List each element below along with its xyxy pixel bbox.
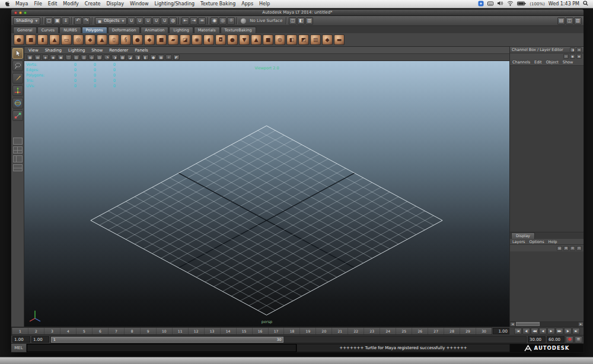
grease-pencil-icon[interactable]: ▧ — [73, 55, 79, 60]
poly-soccer-ball-icon[interactable]: ● — [132, 34, 143, 45]
shelf-tab[interactable]: Polygons — [82, 27, 107, 33]
frame-tick[interactable]: 3 — [44, 328, 60, 334]
play-forwards-button[interactable]: ▶ — [547, 328, 555, 334]
frame-tick[interactable]: 13 — [204, 328, 220, 334]
live-surface-icon[interactable] — [241, 18, 246, 24]
frame-tick[interactable]: 22 — [347, 328, 364, 334]
poly-cone-icon[interactable]: ▲ — [49, 34, 60, 45]
lock-camera-icon[interactable]: ▤ — [34, 55, 41, 60]
panel-menu-item[interactable]: Shading — [45, 48, 62, 53]
current-time-field[interactable]: 1.00 — [493, 328, 509, 334]
frame-tick[interactable]: 26 — [412, 328, 428, 334]
menu-item[interactable]: Window — [127, 1, 152, 7]
shaded-icon[interactable]: ● — [150, 55, 157, 60]
bridge-icon[interactable]: ▬ — [334, 34, 345, 45]
layout-persp-outliner-button[interactable] — [13, 155, 23, 162]
frame-tick[interactable]: 27 — [428, 328, 444, 334]
command-line-input[interactable] — [27, 344, 296, 352]
selection-mask-dropdown[interactable]: ▦ Objects ▼ — [95, 17, 127, 25]
boolean-difference-icon[interactable]: ◖ — [203, 34, 214, 45]
panel-menu-item[interactable]: Show — [91, 48, 103, 53]
layer-editor-menu-item[interactable]: Help — [549, 240, 557, 244]
redo-icon[interactable]: ↷ — [82, 17, 90, 25]
poly-cylinder-icon[interactable]: ▮ — [37, 34, 48, 45]
poly-pipe-icon[interactable]: ▯ — [109, 34, 119, 45]
smooth-icon[interactable]: ● — [227, 34, 238, 45]
safe-title-icon[interactable]: ◪ — [127, 55, 133, 60]
playback-end-field[interactable]: 30.00 — [528, 336, 546, 343]
split-polygon-icon[interactable]: ◩ — [298, 34, 309, 45]
menu-item[interactable]: Maya — [12, 1, 31, 7]
fill-hole-icon[interactable]: ◍ — [275, 34, 285, 45]
scrollbar-track[interactable] — [515, 322, 578, 327]
symmetry-icon[interactable]: ◫ — [289, 17, 296, 25]
step-forward-frame-button[interactable]: |▶ — [564, 328, 572, 334]
wifi-icon[interactable] — [507, 1, 514, 7]
poly-sphere-icon[interactable]: ● — [14, 34, 24, 45]
menu-item[interactable]: Help — [256, 1, 273, 7]
poly-torus-icon[interactable]: ◎ — [73, 34, 84, 45]
file-new-icon[interactable]: ▢ — [45, 17, 53, 25]
auto-keyframe-button[interactable]: ● — [566, 336, 573, 343]
bevel-icon[interactable]: ◆ — [322, 34, 333, 45]
divider[interactable] — [42, 17, 43, 24]
time-slider-track[interactable]: 1234567891011121314151617181920212223242… — [11, 327, 492, 335]
image-plane-icon[interactable]: ▣ — [58, 55, 64, 60]
snap-projected-center-icon[interactable]: ∪ — [152, 17, 160, 25]
boolean-intersection-icon[interactable]: ◘ — [215, 34, 226, 45]
file-save-icon[interactable]: ⇓ — [62, 17, 69, 25]
frame-tick[interactable]: 15 — [236, 328, 252, 334]
frame-tick[interactable]: 9 — [140, 328, 156, 334]
poly-pyramid-icon[interactable]: ▲ — [97, 34, 107, 45]
frame-tick[interactable]: 2 — [28, 328, 44, 334]
gate-mask-icon[interactable]: ◔ — [104, 55, 110, 60]
lights-icon[interactable]: ☼ — [165, 55, 172, 60]
divider[interactable] — [178, 17, 180, 24]
layer-editor-menu-item[interactable]: Options — [530, 240, 544, 244]
range-end-handle[interactable]: 30 — [277, 337, 282, 341]
menu-item[interactable]: Lighting/Shading — [152, 1, 198, 7]
camera-attributes-icon[interactable]: ◈ — [42, 55, 49, 60]
animation-preferences-button[interactable]: ≡ — [575, 336, 582, 343]
channel-box-toggle-icon[interactable]: ▥ — [574, 17, 582, 25]
make-live-icon[interactable]: ◍ — [169, 17, 177, 25]
shelf-tab[interactable]: General — [13, 27, 37, 33]
menu-item[interactable]: Modify — [60, 1, 82, 7]
frame-tick[interactable]: 18 — [283, 328, 299, 334]
snap-view-plane-icon[interactable]: ∪ — [161, 17, 168, 25]
frame-tick[interactable]: 23 — [364, 328, 380, 334]
poly-prism-icon[interactable]: ◆ — [85, 34, 95, 45]
cb-pin-icon[interactable]: ◨ — [570, 47, 575, 52]
play-backwards-button[interactable]: ◀ — [539, 328, 547, 334]
panel-menu-item[interactable]: Lighting — [68, 48, 85, 53]
apple-menu-icon[interactable] — [5, 1, 10, 7]
scroll-right-icon[interactable]: ▶ — [578, 322, 584, 327]
snap-curve-icon[interactable]: ∪ — [136, 17, 144, 25]
menu-item[interactable]: Texture Baking — [197, 1, 238, 7]
snap-grid-icon[interactable]: ∪ — [127, 17, 135, 25]
playback-start-field[interactable]: 1.00 — [31, 336, 49, 343]
range-slider-track[interactable]: 1 30 — [50, 336, 527, 343]
wireframe-icon[interactable]: ◧ — [142, 55, 149, 60]
frame-tick[interactable]: 24 — [380, 328, 396, 334]
layout-single-pane-button[interactable] — [13, 138, 23, 145]
file-open-icon[interactable]: ▣ — [53, 17, 61, 25]
ipr-render-icon[interactable]: ◎ — [219, 17, 227, 25]
append-polygon-icon[interactable]: ◧ — [286, 34, 297, 45]
step-back-key-button[interactable]: ◀◀ — [531, 328, 538, 334]
volume-icon[interactable] — [497, 1, 503, 7]
quadrangulate-icon[interactable]: ■ — [263, 34, 273, 45]
shelf-tab[interactable]: Animation — [141, 27, 168, 33]
animation-end-field[interactable]: 60.00 — [547, 336, 565, 343]
textured-icon[interactable]: ▦ — [158, 55, 164, 60]
frame-tick[interactable]: 17 — [268, 328, 284, 334]
film-gate-icon[interactable]: ◍ — [88, 55, 95, 60]
channel-box-menu-item[interactable]: Show — [563, 60, 573, 65]
layer-move-icon[interactable]: ▤ — [557, 246, 562, 251]
frame-tick[interactable]: 20 — [315, 328, 331, 334]
frame-tick[interactable]: 16 — [252, 328, 268, 334]
range-start-handle[interactable]: 1 — [53, 337, 56, 341]
panel-menu-item[interactable]: Panels — [135, 48, 148, 53]
shadows-icon[interactable]: ◩ — [173, 55, 180, 60]
shelf-tab[interactable]: Materials — [194, 27, 220, 33]
